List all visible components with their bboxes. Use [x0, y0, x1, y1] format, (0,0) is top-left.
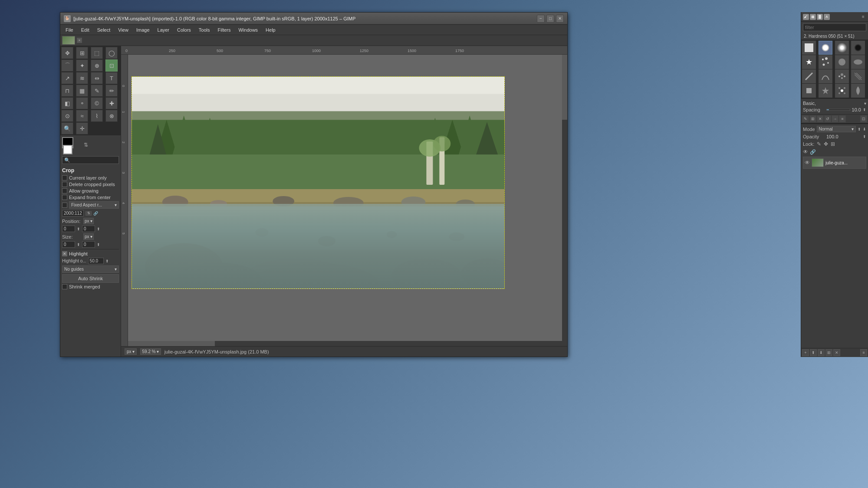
- image-thumbnail[interactable]: [62, 36, 75, 45]
- canvas-image[interactable]: [132, 76, 505, 289]
- vertical-scrollbar[interactable]: [562, 55, 567, 341]
- spacing-slider[interactable]: [826, 109, 850, 111]
- guides-dropdown[interactable]: No guides ▾: [62, 265, 119, 273]
- link-icon[interactable]: 🔗: [810, 149, 816, 155]
- airbrush-btn[interactable]: ⚬: [76, 97, 88, 109]
- size-w-input[interactable]: [62, 241, 75, 248]
- position-unit-dropdown[interactable]: px ▾: [83, 218, 94, 224]
- layer-menu-btn[interactable]: ≡: [860, 349, 867, 356]
- bucket-fill-btn[interactable]: ⊓: [61, 85, 73, 97]
- ellipse-select-btn[interactable]: ◯: [105, 47, 118, 59]
- position-y-input[interactable]: [82, 226, 95, 232]
- move-tool-btn[interactable]: ✥: [61, 47, 73, 59]
- layer-up-btn[interactable]: ⬆: [810, 349, 817, 356]
- position-x-input[interactable]: [62, 226, 75, 232]
- brush-item-9[interactable]: [819, 69, 832, 83]
- brush-item-6[interactable]: [835, 55, 849, 69]
- layer-down-btn[interactable]: ⬇: [818, 349, 825, 356]
- menu-windows[interactable]: Windows: [235, 26, 261, 33]
- mode-down-icon[interactable]: ⬇: [863, 127, 866, 131]
- delete-cropped-checkbox[interactable]: [62, 182, 67, 187]
- eraser-btn[interactable]: ◧: [61, 97, 73, 109]
- lock-alpha-icon[interactable]: ⊞: [831, 141, 835, 147]
- color-picker-btn[interactable]: ⊗: [105, 110, 118, 122]
- menu-view[interactable]: View: [115, 26, 132, 33]
- menu-edit[interactable]: Edit: [78, 26, 93, 33]
- fixed-aspect-checkbox[interactable]: [62, 203, 67, 208]
- lasso-btn[interactable]: ⌒: [61, 59, 73, 72]
- zoom-dropdown[interactable]: 59.2 % ▾: [140, 348, 161, 355]
- smudge-btn[interactable]: ≈: [76, 110, 88, 122]
- menu-help[interactable]: Help: [262, 26, 279, 33]
- mode-up-icon[interactable]: ⬆: [858, 127, 861, 131]
- thumbnail-close[interactable]: ×: [77, 38, 82, 43]
- fixed-aspect-dropdown[interactable]: Fixed Aspect r... ▾: [69, 201, 119, 209]
- maximize-button[interactable]: □: [546, 15, 554, 23]
- close-button[interactable]: ✕: [556, 15, 564, 23]
- menu-image[interactable]: Image: [133, 26, 153, 33]
- spacing-arrow-icon[interactable]: →: [832, 115, 838, 122]
- dodge-btn[interactable]: ⊙: [61, 110, 73, 122]
- highlight-opacity-input[interactable]: [88, 258, 104, 264]
- panel-menu-icon[interactable]: ≡: [860, 14, 866, 20]
- size-h-input[interactable]: [82, 241, 95, 248]
- spacing-expand-icon[interactable]: ⊡: [860, 115, 867, 122]
- spacing-menu-icon[interactable]: ≡: [839, 115, 846, 122]
- fonts-icon[interactable]: A: [824, 14, 830, 20]
- layer-item[interactable]: 👁 julie-guza...: [803, 157, 866, 169]
- menu-file[interactable]: File: [62, 26, 77, 33]
- menu-filters[interactable]: Filters: [214, 26, 234, 33]
- lock-pencil-icon[interactable]: ✎: [817, 141, 821, 147]
- align-tool-btn[interactable]: ⊞: [76, 47, 88, 59]
- background-color[interactable]: [63, 145, 72, 154]
- spacing-del-icon[interactable]: ✕: [817, 115, 824, 122]
- highlight-toggle[interactable]: ✕: [62, 251, 67, 256]
- swap-colors-icon[interactable]: ⇅: [84, 142, 88, 148]
- zoom-btn[interactable]: 🔍: [61, 122, 73, 134]
- spacing-refresh-icon[interactable]: ↺: [824, 115, 831, 122]
- brush-item-15[interactable]: [851, 84, 865, 98]
- horizontal-scrollbar[interactable]: [128, 341, 567, 346]
- brush-item-11[interactable]: [851, 69, 865, 83]
- spacing-copy-icon[interactable]: ⊞: [809, 115, 816, 122]
- layer-eye-icon[interactable]: 👁: [805, 160, 810, 166]
- brush-item-13[interactable]: [819, 84, 832, 98]
- unit-dropdown[interactable]: px ▾: [125, 348, 137, 355]
- brush-item-14[interactable]: [835, 84, 849, 98]
- select-color-btn[interactable]: ⊕: [91, 59, 103, 72]
- brush-item-3[interactable]: [851, 41, 865, 55]
- allow-growing-checkbox[interactable]: [62, 188, 67, 193]
- menu-colors[interactable]: Colors: [174, 26, 194, 33]
- brush-item-10[interactable]: [835, 69, 849, 83]
- gradients-icon[interactable]: ▓: [817, 14, 823, 20]
- tool-search-input[interactable]: [62, 156, 119, 164]
- blend-btn[interactable]: ▦: [76, 85, 88, 97]
- lock-move-icon[interactable]: ✥: [824, 141, 828, 147]
- fuzzy-select-btn[interactable]: ✦: [76, 59, 88, 72]
- brush-item-1[interactable]: [819, 41, 832, 55]
- brush-filter-input[interactable]: [803, 23, 866, 31]
- flip-btn[interactable]: ⇔: [91, 72, 103, 84]
- brush-item-0[interactable]: [802, 41, 816, 55]
- crop-tool-btn[interactable]: ⊡: [105, 59, 118, 72]
- mode-dropdown[interactable]: Normal ▾: [817, 126, 856, 132]
- transform-btn[interactable]: ↗: [61, 72, 73, 84]
- dup-layer-btn[interactable]: ⊞: [825, 349, 832, 356]
- brush-item-8[interactable]: [802, 69, 816, 83]
- spacing-edit-icon[interactable]: ✎: [802, 115, 809, 122]
- paintbrush-btn[interactable]: ✏: [105, 85, 118, 97]
- brush-category-dropdown[interactable]: ▾: [864, 101, 866, 106]
- expand-center-checkbox[interactable]: [62, 195, 67, 200]
- path-btn[interactable]: ⌇: [91, 110, 103, 122]
- new-layer-btn[interactable]: +: [802, 349, 809, 356]
- brush-item-2[interactable]: [835, 41, 849, 55]
- text-btn[interactable]: T: [105, 72, 118, 84]
- brush-item-12[interactable]: [802, 84, 816, 98]
- eye-open-icon[interactable]: 👁: [803, 149, 808, 155]
- minimize-button[interactable]: −: [537, 15, 545, 23]
- menu-select[interactable]: Select: [94, 26, 114, 33]
- brush-item-5[interactable]: [819, 55, 832, 69]
- clone-btn[interactable]: ©: [91, 97, 103, 109]
- rect-select-btn[interactable]: ⬚: [91, 47, 103, 59]
- pencil-btn[interactable]: ✎: [91, 85, 103, 97]
